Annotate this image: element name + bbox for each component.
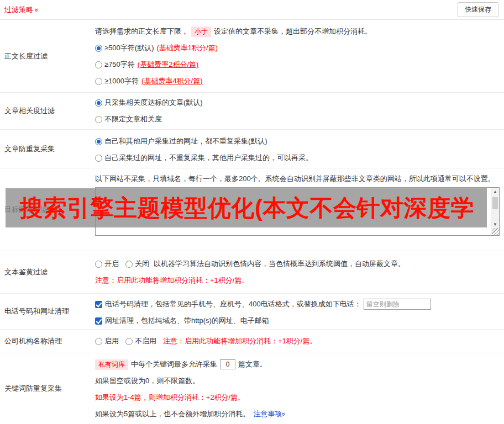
notice-link[interactable]: 注意事项: [253, 409, 282, 419]
option-750-chars: ≥750字符 (基础费率2积分/篇): [95, 56, 500, 73]
topbar: 过滤策略 » 快速保存: [0, 0, 504, 20]
radio-porn-off[interactable]: [125, 261, 133, 268]
private-lexicon-highlight: 私有词库: [95, 359, 128, 370]
radio-company-on-label[interactable]: 启用: [104, 336, 119, 346]
radio-750-label[interactable]: ≥750字符: [104, 60, 135, 70]
row-label-keyword-dedup: 关键词防重复采集: [0, 353, 95, 424]
radio-porn-on-label[interactable]: 开启: [104, 259, 119, 269]
caption-overlay: 搜索引擎主题模型优化(本文不会针对深度学: [6, 188, 487, 227]
porn-filter-description: 以机器学习算法自动识别色情内容，当色情概率达到系统阈值，自动屏蔽文章。: [154, 259, 405, 269]
scrollbar-thumb[interactable]: [492, 197, 498, 209]
intro-pre: 请选择需求的正文长度下限，: [95, 26, 188, 36]
radio-1000-chars[interactable]: [95, 78, 102, 85]
radio-dedup-self-only[interactable]: [95, 155, 102, 162]
radio-company-off-label[interactable]: 不启用: [135, 336, 156, 346]
fee-rate-2: (基础费率2积分/篇): [138, 60, 199, 70]
keyword-note-1-4: 如果设为1-4篇，则增加积分消耗：+2积分/篇。: [95, 389, 500, 406]
notice-chevron-down-icon[interactable]: »: [281, 412, 287, 416]
option-1000-chars: ≥1000字符 (基础费率4积分/篇): [95, 73, 500, 89]
url-clean-item: 网址清理，包括纯域名、带http(s)的网址、电子邮箱: [95, 312, 500, 329]
option-relevance-on: 只采集相关度达标的文章(默认): [95, 94, 500, 111]
resize-grip-icon[interactable]: [492, 228, 499, 235]
radio-dedup-self-only-label[interactable]: 自己采集过的网址，不重复采集，其他用户采集过的，可以再采。: [104, 153, 313, 163]
page-title-toggle[interactable]: 过滤策略 »: [4, 5, 39, 15]
radio-750-chars[interactable]: [95, 61, 102, 68]
porn-filter-note: 注意：启用此功能将增加积分消耗：+1积分/篇。: [95, 272, 500, 289]
keyword-note-5plus-text: 如果设为5篇或以上，也不会额外增加积分消耗。: [95, 409, 250, 419]
company-clean-note: 注意：启用此功能将增加积分消耗：+1积分/篇。: [163, 336, 317, 346]
option-500-chars: ≥500字符(默认) (基础费率1积分/篇): [95, 40, 500, 56]
keyword-limit-tail: 篇文章。: [238, 359, 267, 369]
intro-post: 设定值的文章不采集，超出部分不增加积分消耗。: [214, 26, 372, 36]
keyword-note-zero: 如果留空或设为0，则不限篇数。: [95, 373, 500, 389]
phone-clean-item: 电话号码清理，包括常见的手机号、座机号、400电话格式，或替换成如下电话：: [95, 296, 500, 312]
page-title: 过滤策略: [4, 5, 33, 15]
company-clean-options: 启用 不启用 注意：启用此功能将增加积分消耗：+1积分/篇。: [95, 333, 500, 349]
radio-porn-on[interactable]: [95, 261, 102, 268]
quick-save-button[interactable]: 快速保存: [458, 2, 498, 17]
row-label-article-dedup: 文章防重复采集: [0, 130, 95, 168]
keyword-count-input[interactable]: [220, 359, 235, 369]
chevron-down-icon: »: [33, 8, 40, 12]
option-dedup-all-users: 自己和其他用户采集过的网址，都不重复采集(默认): [95, 133, 500, 150]
checkbox-phone-clean[interactable]: [95, 301, 102, 308]
setting-row-keyword-dedup: 关键词防重复采集 私有词库 中每个关键词最多允许采集 篇文章。 如果留空或设为0…: [0, 353, 504, 424]
row-label-body-length: 正文长度过滤: [0, 20, 95, 92]
row-label-phone-url-clean: 电话号码和网址清理: [0, 294, 95, 329]
option-relevance-off: 不限定文章相关度: [95, 111, 500, 128]
radio-500-label[interactable]: ≥500字符(默认): [104, 43, 154, 53]
row-label-porn-filter: 文本鉴黄过滤: [0, 251, 95, 293]
setting-row-body-length: 正文长度过滤 请选择需求的正文长度下限， 小于 设定值的文章不采集，超出部分不增…: [0, 20, 504, 93]
radio-porn-off-label[interactable]: 关闭: [135, 259, 149, 269]
radio-relevance-on-label[interactable]: 只采集相关度达标的文章(默认): [104, 98, 203, 108]
setting-row-relevance: 文章相关度过滤 只采集相关度达标的文章(默认) 不限定文章相关度: [0, 93, 504, 130]
phone-clean-label[interactable]: 电话号码清理，包括常见的手机号、座机号、400电话格式，或替换成如下电话：: [105, 299, 361, 309]
fee-rate-1: (基础费率1积分/篇): [156, 43, 218, 53]
body-length-intro: 请选择需求的正文长度下限， 小于 设定值的文章不采集，超出部分不增加积分消耗。: [95, 23, 500, 40]
setting-row-porn-filter: 文本鉴黄过滤 开启 关闭 以机器学习算法自动识别色情内容，当色情概率达到系统阈值…: [0, 251, 504, 294]
setting-row-company-clean: 公司机构名称清理 启用 不启用 注意：启用此功能将增加积分消耗：+1积分/篇。: [0, 330, 504, 353]
setting-row-phone-url-clean: 电话号码和网址清理 电话号码清理，包括常见的手机号、座机号、400电话格式，或替…: [0, 294, 504, 330]
url-clean-label[interactable]: 网址清理，包括纯域名、带http(s)的网址、电子邮箱: [105, 316, 269, 326]
radio-dedup-all-users-label[interactable]: 自己和其他用户采集过的网址，都不重复采集(默认): [104, 136, 267, 146]
scroll-down-icon[interactable]: ▼: [491, 220, 499, 228]
radio-relevance-off[interactable]: [95, 116, 102, 123]
radio-1000-label[interactable]: ≥1000字符: [104, 76, 139, 86]
checkbox-url-clean[interactable]: [95, 317, 102, 325]
porn-filter-options: 开启 关闭 以机器学习算法自动识别色情内容，当色情概率达到系统阈值，自动屏蔽文章…: [95, 256, 500, 272]
keyword-limit-line: 私有词库 中每个关键词最多允许采集 篇文章。: [95, 356, 500, 373]
option-dedup-self-only: 自己采集过的网址，不重复采集，其他用户采集过的，可以再采。: [95, 150, 500, 166]
row-label-relevance: 文章相关度过滤: [0, 93, 95, 129]
caption-overlay-text: 搜索引擎主题模型优化(本文不会针对深度学: [6, 193, 474, 224]
less-than-highlight: 小于: [191, 26, 211, 37]
radio-dedup-all-users[interactable]: [95, 138, 102, 145]
replace-phone-input[interactable]: [364, 299, 431, 310]
radio-500-chars[interactable]: [95, 45, 102, 52]
radio-company-off[interactable]: [125, 338, 133, 345]
fee-rate-4: (基础费率4积分/篇): [141, 76, 203, 86]
keyword-limit-mid: 中每个关键词最多允许采集: [131, 359, 217, 369]
radio-relevance-off-label[interactable]: 不限定文章相关度: [104, 114, 162, 124]
target-site-description: 以下网站不采集，只填域名，每行一个，最多200个。系统会自动识别并屏蔽那些非文章…: [95, 173, 500, 184]
setting-row-article-dedup: 文章防重复采集 自己和其他用户采集过的网址，都不重复采集(默认) 自己采集过的网…: [0, 130, 504, 168]
row-label-company-clean: 公司机构名称清理: [0, 330, 95, 353]
scroll-up-icon[interactable]: ▲: [491, 188, 499, 196]
filter-strategy-page: 过滤策略 » 快速保存 正文长度过滤 请选择需求的正文长度下限， 小于 设定值的…: [0, 0, 504, 424]
keyword-note-5plus: 如果设为5篇或以上，也不会额外增加积分消耗。 注意事项 »: [95, 406, 500, 422]
radio-company-on[interactable]: [95, 338, 102, 345]
radio-relevance-on[interactable]: [95, 99, 102, 107]
